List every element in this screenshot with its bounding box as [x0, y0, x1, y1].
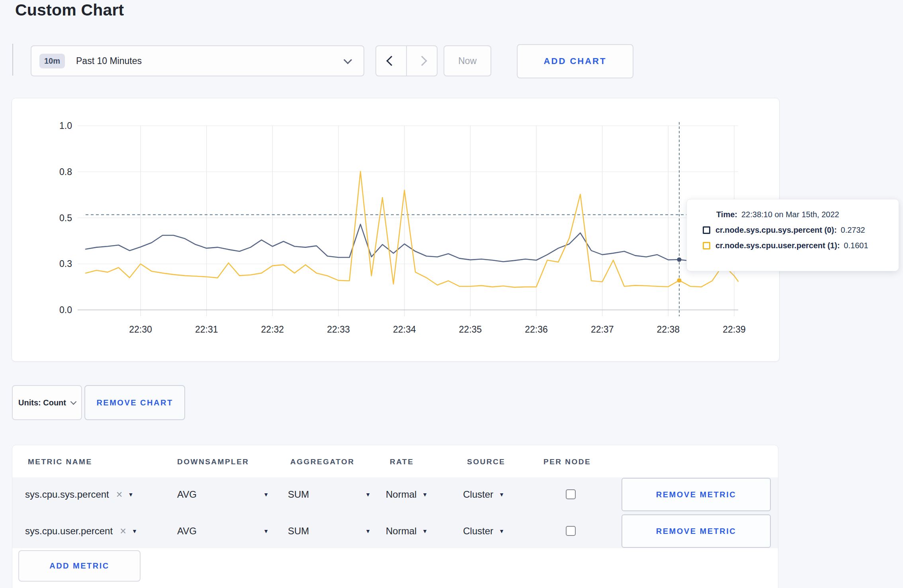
tooltip-series-row: cr.node.sys.cpu.user.percent (1): 0.1601 [703, 241, 899, 250]
time-range-dropdown[interactable]: 10m Past 10 Minutes [31, 45, 364, 76]
caret-down-icon: ▼ [132, 528, 137, 534]
tooltip-time-label: Time: [716, 210, 737, 219]
col-source: SOURCE [467, 458, 505, 466]
svg-text:0.5: 0.5 [59, 213, 72, 223]
tooltip-series-value: 0.2732 [841, 226, 865, 235]
chart-tooltip: Time:22:38:10 on Mar 15th, 2022 cr.node.… [686, 199, 899, 271]
aggregator-select[interactable]: SUM ▼ [288, 477, 371, 512]
chart-card: 22:3022:3122:3222:3322:3422:3522:3622:37… [12, 98, 780, 362]
remove-chart-button[interactable]: REMOVE CHART [84, 385, 185, 420]
table-row: sys.cpu.user.percent × ▼ AVG ▼ SUM ▼ Nor… [12, 514, 778, 548]
metric-name-value: sys.cpu.sys.percent [25, 489, 109, 500]
chevron-right-icon [417, 56, 427, 66]
downsampler-value: AVG [177, 489, 197, 500]
svg-text:22:33: 22:33 [327, 324, 350, 335]
metric-name-value: sys.cpu.user.percent [25, 526, 113, 537]
svg-text:22:34: 22:34 [393, 324, 416, 335]
custom-chart-page: Custom Chart 10m Past 10 Minutes Now ADD… [0, 0, 903, 588]
time-nav-group [375, 45, 438, 76]
caret-down-icon: ▼ [128, 491, 134, 498]
units-dropdown[interactable]: Units: Count [12, 385, 82, 420]
aggregator-select[interactable]: SUM ▼ [288, 514, 371, 548]
svg-text:1.0: 1.0 [59, 121, 72, 131]
tooltip-series-label: cr.node.sys.cpu.user.percent (1): [715, 241, 840, 250]
rate-value: Normal [386, 489, 416, 500]
rate-select[interactable]: Normal ▼ [386, 514, 428, 548]
tooltip-series-label: cr.node.sys.cpu.sys.percent (0): [715, 226, 837, 235]
tooltip-series-row: cr.node.sys.cpu.sys.percent (0): 0.2732 [703, 226, 899, 235]
col-metric-name: METRIC NAME [28, 458, 92, 466]
metric-name-select[interactable]: sys.cpu.user.percent × ▼ [25, 514, 137, 548]
svg-text:0.3: 0.3 [59, 259, 72, 269]
caret-down-icon: ▼ [422, 528, 428, 534]
svg-text:22:30: 22:30 [129, 324, 152, 335]
caret-down-icon: ▼ [499, 528, 504, 534]
remove-metric-button[interactable]: REMOVE METRIC [622, 478, 771, 511]
tooltip-time-value: 22:38:10 on Mar 15th, 2022 [741, 210, 839, 219]
time-range-label: Past 10 Minutes [76, 56, 142, 66]
source-select[interactable]: Cluster ▼ [463, 477, 504, 512]
caret-down-icon: ▼ [263, 528, 269, 534]
rate-value: Normal [386, 526, 416, 537]
chevron-left-icon [386, 56, 396, 66]
now-button[interactable]: Now [444, 45, 491, 76]
tooltip-time-row: Time:22:38:10 on Mar 15th, 2022 [716, 210, 899, 219]
chevron-down-icon [70, 398, 77, 405]
caret-down-icon: ▼ [499, 491, 504, 498]
page-title: Custom Chart [15, 1, 124, 19]
col-downsampler: DOWNSAMPLER [177, 458, 249, 466]
add-metric-button[interactable]: ADD METRIC [18, 550, 141, 582]
metric-name-select[interactable]: sys.cpu.sys.percent × ▼ [25, 477, 133, 512]
svg-text:22:39: 22:39 [723, 324, 746, 335]
time-forward-button[interactable] [407, 46, 437, 76]
caret-down-icon: ▼ [365, 528, 371, 534]
units-label: Units: Count [18, 398, 66, 407]
caret-down-icon: ▼ [263, 491, 269, 498]
aggregator-value: SUM [288, 489, 309, 500]
chevron-down-icon [344, 56, 352, 64]
svg-text:0.0: 0.0 [59, 305, 72, 315]
svg-text:22:35: 22:35 [459, 324, 482, 335]
col-per-node: PER NODE [543, 458, 591, 466]
series-sys-swatch-icon [703, 226, 710, 234]
per-node-checkbox[interactable] [566, 489, 576, 499]
tooltip-series-value: 0.1601 [844, 241, 868, 250]
time-back-button[interactable] [376, 46, 407, 76]
caret-down-icon: ▼ [365, 491, 371, 498]
svg-text:0.8: 0.8 [59, 167, 72, 177]
svg-text:22:37: 22:37 [591, 324, 614, 335]
clear-metric-icon[interactable]: × [120, 526, 126, 537]
add-chart-button[interactable]: ADD CHART [517, 44, 633, 78]
toolbar-divider [12, 44, 13, 76]
series-user-swatch-icon [703, 242, 710, 249]
time-range-badge: 10m [39, 54, 65, 68]
source-select[interactable]: Cluster ▼ [463, 514, 504, 548]
table-row: sys.cpu.sys.percent × ▼ AVG ▼ SUM ▼ Norm… [12, 477, 778, 512]
col-rate: RATE [390, 458, 414, 466]
col-aggregator: AGGREGATOR [290, 458, 355, 466]
svg-text:22:38: 22:38 [657, 324, 680, 335]
downsampler-select[interactable]: AVG ▼ [177, 514, 269, 548]
downsampler-value: AVG [177, 526, 197, 537]
aggregator-value: SUM [288, 526, 309, 537]
clear-metric-icon[interactable]: × [116, 489, 123, 500]
svg-text:22:31: 22:31 [195, 324, 218, 335]
caret-down-icon: ▼ [422, 491, 428, 498]
svg-text:22:32: 22:32 [261, 324, 284, 335]
rate-select[interactable]: Normal ▼ [386, 477, 428, 512]
metrics-line-chart[interactable]: 22:3022:3122:3222:3322:3422:3522:3622:37… [12, 98, 779, 361]
source-value: Cluster [463, 489, 493, 500]
source-value: Cluster [463, 526, 493, 537]
downsampler-select[interactable]: AVG ▼ [177, 477, 269, 512]
remove-metric-button[interactable]: REMOVE METRIC [622, 514, 771, 548]
metrics-table: METRIC NAME DOWNSAMPLER AGGREGATOR RATE … [12, 445, 778, 588]
per-node-checkbox[interactable] [566, 526, 576, 536]
svg-text:22:36: 22:36 [525, 324, 548, 335]
